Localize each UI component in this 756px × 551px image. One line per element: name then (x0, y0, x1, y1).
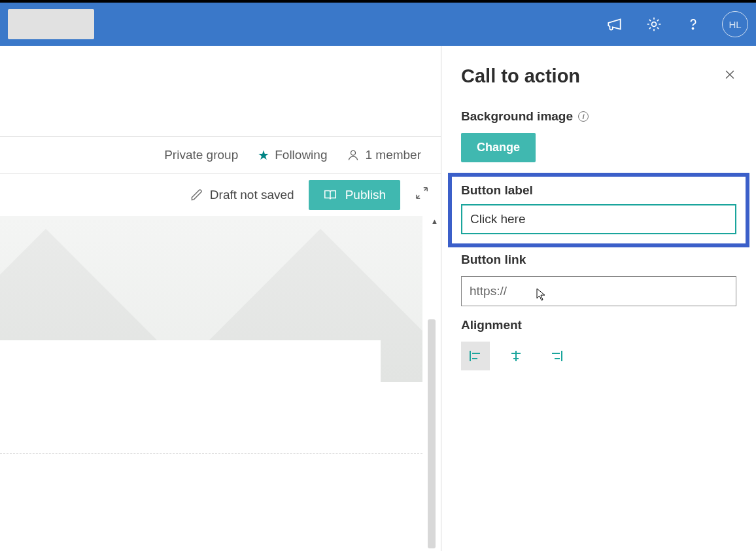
site-header-space (0, 46, 441, 136)
button-link-section: Button link (461, 253, 736, 306)
pencil-icon (190, 188, 203, 202)
group-privacy-label: Private group (164, 148, 238, 162)
align-center-button[interactable] (502, 342, 530, 370)
button-label-heading: Button label (461, 183, 736, 198)
panel-header: Call to action (461, 65, 736, 87)
publish-button[interactable]: Publish (309, 180, 400, 210)
scrollbar-thumb[interactable] (428, 319, 436, 548)
alignment-options (461, 342, 736, 370)
background-image-section: Background image i Change (461, 109, 736, 168)
align-right-button[interactable] (542, 342, 571, 370)
members-label: 1 member (365, 148, 421, 162)
svg-point-2 (351, 151, 356, 155)
align-right-icon (549, 348, 564, 364)
svg-point-1 (693, 28, 694, 29)
button-label-input[interactable] (461, 204, 736, 234)
suite-bar-right: HL (604, 11, 748, 37)
draft-status: Draft not saved (190, 188, 294, 202)
button-link-heading: Button link (461, 253, 736, 267)
megaphone-icon[interactable] (604, 14, 625, 35)
button-label-section-highlight: Button label (448, 173, 749, 247)
help-icon[interactable] (683, 14, 704, 35)
align-left-icon (468, 348, 483, 364)
draft-status-text: Draft not saved (210, 188, 294, 202)
follow-label: Following (275, 148, 327, 162)
command-bar: Draft not saved Publish (0, 174, 441, 216)
suite-bar: HL (0, 3, 756, 46)
gear-icon[interactable] (644, 14, 664, 35)
main-layout: Private group ★ Following 1 member Draft… (0, 46, 756, 551)
change-image-button[interactable]: Change (461, 133, 536, 162)
property-panel: Call to action Background image i Change… (441, 46, 756, 551)
avatar[interactable]: HL (722, 11, 748, 37)
expand-icon[interactable] (415, 186, 429, 204)
alignment-heading: Alignment (461, 318, 736, 332)
align-center-icon (508, 348, 524, 364)
member-count[interactable]: 1 member (347, 148, 421, 162)
close-icon[interactable] (723, 68, 736, 85)
section-divider (0, 453, 422, 453)
book-icon (323, 188, 337, 202)
button-link-input[interactable] (461, 276, 736, 306)
person-icon (347, 149, 360, 162)
align-left-button[interactable] (461, 342, 490, 370)
scroll-up-arrow[interactable]: ▲ (428, 216, 441, 226)
canvas-overlay (0, 340, 381, 389)
page-canvas[interactable]: ▲ (0, 216, 441, 551)
alignment-section: Alignment (461, 318, 736, 370)
app-launcher-placeholder[interactable] (8, 9, 94, 39)
page-canvas-area: Private group ★ Following 1 member Draft… (0, 46, 441, 551)
star-icon: ★ (258, 147, 269, 163)
follow-toggle[interactable]: ★ Following (258, 147, 327, 163)
info-icon[interactable]: i (578, 111, 589, 122)
svg-point-0 (652, 22, 657, 27)
change-button-label: Change (477, 141, 520, 154)
site-info-bar: Private group ★ Following 1 member (0, 136, 441, 174)
background-image-label: Background image i (461, 109, 736, 124)
avatar-initials: HL (729, 19, 741, 30)
panel-title: Call to action (461, 65, 580, 87)
publish-label: Publish (345, 188, 386, 202)
